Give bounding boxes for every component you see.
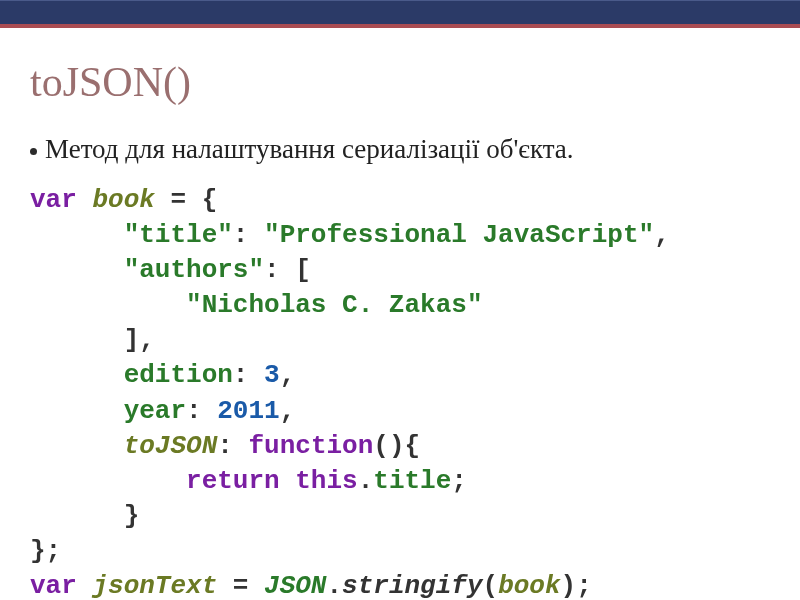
prop-year: year (124, 396, 186, 426)
num-year: 2011 (217, 396, 279, 426)
keyword-this: this (295, 466, 357, 496)
bullet-icon (30, 148, 37, 155)
method-stringify: stringify (342, 571, 482, 600)
bullet-line: Метод для налаштування сериалізації об'є… (30, 134, 770, 165)
slide-heading: toJSON() (30, 58, 770, 106)
eq2: = (217, 571, 264, 600)
comma: , (654, 220, 670, 250)
colon: : (217, 431, 233, 461)
prop-tojson: toJSON (124, 431, 218, 461)
semicolon: ; (451, 466, 467, 496)
comma: , (280, 396, 296, 426)
var-jsontext: jsonText (92, 571, 217, 600)
str-author: "Nicholas C. Zakas" (186, 290, 482, 320)
bracket-close: ] (124, 325, 140, 355)
bullet-text: Метод для налаштування сериалізації об'є… (45, 134, 574, 165)
keyword-return: return (186, 466, 280, 496)
dot: . (358, 466, 374, 496)
type-json: JSON (264, 571, 326, 600)
colon: : (186, 396, 202, 426)
comma: , (280, 360, 296, 390)
paren-open: ( (483, 571, 499, 600)
bracket-open: [ (295, 255, 311, 285)
prop-edition: edition (124, 360, 233, 390)
fn-paren: (){ (373, 431, 420, 461)
dot2: . (326, 571, 342, 600)
colon: : (233, 220, 249, 250)
str-title: "Professional JavaScript" (264, 220, 654, 250)
keyword-var: var (30, 185, 77, 215)
keyword-var2: var (30, 571, 77, 600)
prop-authors: "authors" (124, 255, 264, 285)
comma: , (139, 325, 155, 355)
header-inner (0, 0, 800, 21)
end: ); (561, 571, 592, 600)
prop-title2: title (373, 466, 451, 496)
slide-content: toJSON() Метод для налаштування сериаліз… (0, 28, 800, 600)
colon: : (264, 255, 280, 285)
punct: = { (155, 185, 217, 215)
colon: : (233, 360, 249, 390)
code-block: var book = { "title": "Professional Java… (30, 183, 770, 600)
brace-close: } (124, 501, 140, 531)
var-book: book (92, 185, 154, 215)
arg-book: book (498, 571, 560, 600)
slide-header-bar (0, 0, 800, 28)
num-edition: 3 (264, 360, 280, 390)
prop-title: "title" (124, 220, 233, 250)
keyword-function: function (248, 431, 373, 461)
obj-close: }; (30, 536, 61, 566)
